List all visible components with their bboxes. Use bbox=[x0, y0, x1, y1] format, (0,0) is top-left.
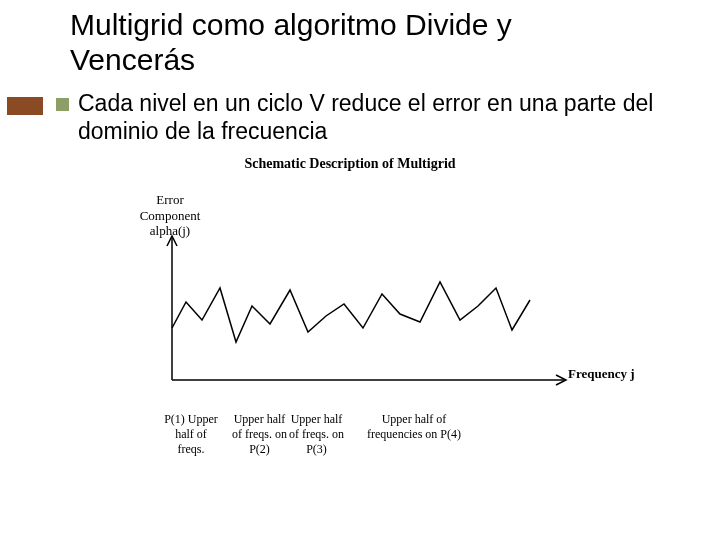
page-title: Multigrid como algoritmo Divide y Vencer… bbox=[70, 8, 630, 77]
freq-label-p2: Upper half of freqs. on P(2) bbox=[232, 412, 287, 457]
freq-label-p1: P(1) Upper half of freqs. bbox=[161, 412, 221, 457]
x-axis-label: Frequency j bbox=[568, 366, 635, 382]
chart-svg bbox=[150, 230, 580, 390]
figure-title: Schematic Description of Multigrid bbox=[200, 156, 500, 172]
chart bbox=[150, 230, 580, 390]
freq-label-p3: Upper half of freqs. on P(3) bbox=[289, 412, 344, 457]
accent-bar bbox=[7, 97, 43, 115]
error-curve bbox=[172, 282, 530, 342]
freq-label-p4: Upper half of frequencies on P(4) bbox=[359, 412, 469, 442]
bullet-icon bbox=[56, 98, 69, 111]
body-text: Cada nivel en un ciclo V reduce el error… bbox=[78, 90, 668, 145]
slide: Multigrid como algoritmo Divide y Vencer… bbox=[0, 0, 720, 540]
